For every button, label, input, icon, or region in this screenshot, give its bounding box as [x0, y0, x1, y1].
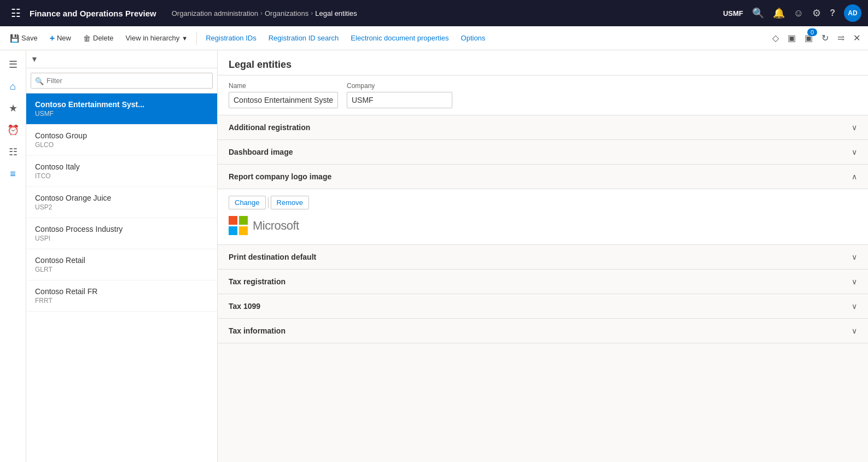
section-print_destination-header[interactable]: Print destination default ∨ — [218, 245, 868, 270]
electronic-doc-button[interactable]: Electronic document properties — [345, 31, 454, 45]
breadcrumb-chevron-1: › — [260, 9, 263, 17]
list-item[interactable]: Contoso Italy ITCO — [26, 156, 217, 187]
item-code: ITCO — [35, 172, 208, 180]
entity-fields: Name Company — [218, 75, 868, 115]
list-item[interactable]: Contoso Process Industry USPI — [26, 218, 217, 249]
ms-squares — [229, 216, 248, 236]
name-label: Name — [229, 82, 338, 90]
content-header: Legal entities — [218, 50, 868, 75]
section-print_destination: Print destination default ∨ — [218, 245, 868, 270]
top-search-icon[interactable]: 🔍 — [752, 7, 764, 19]
breadcrumb: Organization administration › Organizati… — [172, 9, 719, 17]
registration-id-search-button[interactable]: Registration ID search — [263, 31, 345, 45]
change-logo-button[interactable]: Change — [229, 196, 266, 209]
ms-yellow-square — [239, 226, 248, 235]
section-additional_registration-chevron-icon: ∨ — [852, 123, 857, 132]
section-report-logo-chevron-icon: ∧ — [852, 172, 857, 181]
ms-red-square — [229, 216, 237, 225]
section-dashboard_image-header[interactable]: Dashboard image ∨ — [218, 140, 868, 165]
section-print_destination-title: Print destination default — [229, 253, 316, 261]
side-home-icon[interactable]: ⌂ — [3, 77, 23, 96]
list-item[interactable]: Contoso Entertainment Syst... USMF — [26, 93, 217, 125]
section-tax_registration-header[interactable]: Tax registration ∨ — [218, 270, 868, 294]
app-title: Finance and Operations Preview — [30, 9, 167, 18]
toolbar: 💾 Save + New 🗑 Delete View in hierarchy … — [0, 26, 868, 50]
side-clock-icon[interactable]: ⏰ — [3, 120, 23, 140]
feedback-icon[interactable]: ☺ — [794, 8, 803, 19]
bookmark-icon[interactable]: ▣ — [784, 31, 799, 45]
section-tax_registration: Tax registration ∨ — [218, 270, 868, 294]
save-button[interactable]: 💾 Save — [4, 31, 43, 46]
registration-ids-button[interactable]: Registration IDs — [200, 31, 261, 45]
content-area: Legal entities Name Company Additional r… — [218, 50, 868, 462]
filter-input[interactable] — [31, 73, 213, 89]
filter-search-icon: 🔍 — [35, 77, 44, 85]
list-item[interactable]: Contoso Group GLCO — [26, 125, 217, 156]
toolbar-separator-1 — [196, 32, 197, 45]
section-dashboard_image-title: Dashboard image — [229, 148, 293, 156]
list-filter-icon[interactable]: ▼ — [31, 55, 38, 63]
section-print_destination-chevron-icon: ∨ — [852, 253, 857, 261]
breadcrumb-org-admin[interactable]: Organization administration — [172, 9, 258, 17]
delete-icon: 🗑 — [83, 34, 91, 43]
section-dashboard_image: Dashboard image ∨ — [218, 140, 868, 165]
options-button[interactable]: Options — [456, 31, 491, 45]
delete-button[interactable]: 🗑 Delete — [78, 31, 119, 46]
user-avatar[interactable]: AD — [844, 4, 861, 22]
item-code: GLRT — [35, 266, 208, 273]
list-item[interactable]: Contoso Retail FR FRRT — [26, 280, 217, 312]
section-tax_information-header[interactable]: Tax information ∨ — [218, 319, 868, 343]
filter-wrapper: 🔍 — [31, 73, 213, 89]
close-panel-icon[interactable]: ✕ — [850, 31, 864, 45]
list-item[interactable]: Contoso Retail GLRT — [26, 249, 217, 280]
section-tax_1099-title: Tax 1099 — [229, 302, 260, 311]
side-list-icon[interactable]: ≡ — [3, 164, 23, 184]
breadcrumb-organizations[interactable]: Organizations — [265, 9, 308, 17]
expand-icon[interactable]: ⥤ — [834, 31, 848, 45]
page-title: Legal entities — [229, 59, 857, 71]
item-code: USMF — [35, 110, 208, 118]
section-tax_1099-header[interactable]: Tax 1099 ∨ — [218, 294, 868, 319]
item-code: USPI — [35, 235, 208, 242]
list-item[interactable]: Contoso Orange Juice USP2 — [26, 187, 217, 218]
section-additional_registration-header[interactable]: Additional registration ∨ — [218, 115, 868, 140]
section-tax_registration-chevron-icon: ∨ — [852, 277, 857, 286]
side-grid-icon[interactable]: ☷ — [3, 142, 23, 162]
section-tax_1099-chevron-icon: ∨ — [852, 302, 857, 311]
top-nav-right: USMF 🔍 🔔 ☺ ⚙ ? AD — [723, 4, 861, 22]
remove-logo-button[interactable]: Remove — [271, 196, 309, 209]
refresh-icon[interactable]: ↻ — [818, 31, 832, 45]
side-star-icon[interactable]: ★ — [3, 98, 23, 118]
item-name: Contoso Process Industry — [35, 225, 208, 233]
diamond-icon[interactable]: ◇ — [769, 31, 782, 45]
company-field-group: Company — [347, 82, 452, 108]
section-report-logo-title: Report company logo image — [229, 172, 331, 181]
company-label: Company — [347, 82, 452, 90]
microsoft-logo: Microsoft — [229, 216, 857, 236]
org-code: USMF — [723, 9, 743, 17]
item-code: USP2 — [35, 203, 208, 211]
side-hamburger-icon[interactable]: ☰ — [3, 55, 23, 74]
settings-icon[interactable]: ⚙ — [812, 7, 821, 19]
ms-blue-square — [229, 226, 237, 235]
new-plus-icon: + — [50, 33, 55, 43]
list-filter-area: 🔍 — [26, 68, 217, 93]
new-button[interactable]: + New — [44, 30, 77, 46]
accordion-container: Additional registration ∨ Dashboard imag… — [218, 115, 868, 343]
view-hierarchy-button[interactable]: View in hierarchy ▼ — [120, 31, 194, 45]
item-code: GLCO — [35, 141, 208, 149]
ms-logo-text: Microsoft — [253, 219, 299, 233]
item-name: Contoso Group — [35, 131, 208, 140]
breadcrumb-legal-entities: Legal entities — [315, 9, 357, 17]
section-report-logo-header[interactable]: Report company logo image ∧ — [218, 165, 868, 189]
app-grid-icon[interactable]: ☷ — [7, 4, 25, 22]
top-navigation: ☷ Finance and Operations Preview Organiz… — [0, 0, 868, 26]
badge-container: ▣ 0 — [801, 31, 816, 45]
name-input[interactable] — [229, 92, 338, 108]
item-name: Contoso Orange Juice — [35, 194, 208, 202]
section-tax_information-title: Tax information — [229, 326, 286, 335]
item-code: FRRT — [35, 297, 208, 305]
notification-icon[interactable]: 🔔 — [773, 7, 785, 19]
help-icon[interactable]: ? — [830, 8, 835, 18]
company-input[interactable] — [347, 92, 452, 108]
